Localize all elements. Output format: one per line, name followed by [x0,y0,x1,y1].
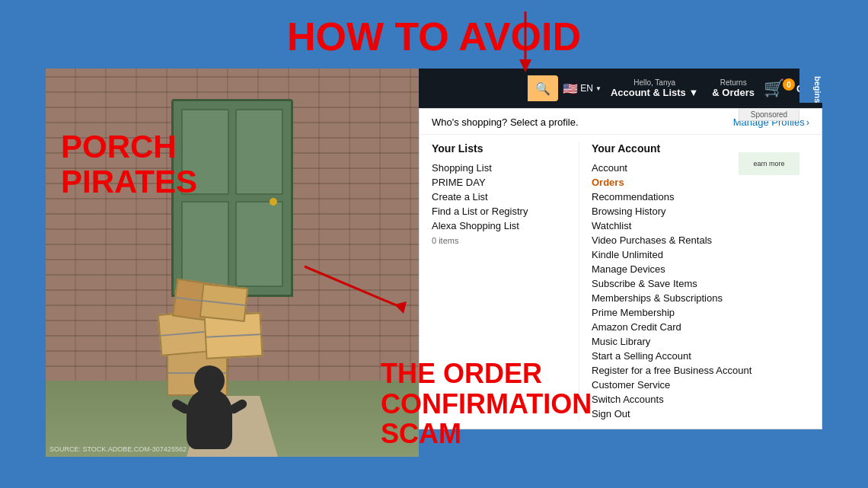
order-confirmation-title: THE ORDERCONFIRMATIONSCAM [381,359,640,449]
svg-marker-3 [394,301,407,314]
content-area: SOURCE: STOCK.ADOBE.COM-307425562 PORCHP… [46,69,822,473]
prime-membership-link[interactable]: Prime Membership [592,305,809,320]
svg-marker-1 [519,59,531,72]
cart-count: 0 [783,78,795,91]
arrow-order-scam [297,259,434,320]
earn-more-text: earn more [753,160,784,167]
door-knob [270,198,277,206]
main-container: HOW TO AVOID [0,0,868,488]
arrow-title-to-dropdown [480,8,571,76]
flag-icon: 🇺🇸 [563,81,578,96]
subscribe-save-link[interactable]: Subscribe & Save Items [592,276,809,291]
kindle-unlimited-link[interactable]: Kindle Unlimited [592,247,809,262]
begins-text: begins [813,76,822,103]
music-library-link[interactable]: Music Library [592,334,809,349]
search-icon: 🔍 [535,81,550,96]
greeting-top: Hello, Tanya [611,78,698,87]
amazon-panel: 🔍 🇺🇸 EN ▼ Hello, Tanya Account & Lists ▼… [419,69,822,457]
create-list-link[interactable]: Create a List [432,190,566,204]
cart-icon: 🛒 [764,78,784,98]
sponsored-text: Sponsored [751,110,787,119]
account-dropdown-icon: ▼ [688,87,698,98]
manage-profiles-arrow: › [806,116,809,128]
begins-strip: begins [799,69,822,103]
alexa-items-count: 0 items [432,235,458,246]
watchlist-link[interactable]: Watchlist [592,218,809,233]
sponsored-badge: Sponsored [739,108,799,121]
video-purchases-link[interactable]: Video Purchases & Rentals [592,233,809,247]
lang-label: EN [580,83,593,94]
door-panel-2 [235,109,283,195]
profile-prompt: Who's shopping? Select a profile. [432,116,579,128]
earn-more-strip: earn more [739,152,799,175]
amazon-credit-card-link[interactable]: Amazon Credit Card [592,320,809,334]
greeting-bottom: Account & Lists ▼ [611,87,698,98]
your-lists-header: Your Lists [432,142,566,155]
returns-top: Returns [712,78,755,87]
alexa-shopping-link[interactable]: Alexa Shopping List [432,218,566,233]
search-button[interactable]: 🔍 [528,75,558,101]
shopping-list-link[interactable]: Shopping List [432,161,566,175]
porch-pirates-title: PORCHPIRATES [61,129,197,199]
source-text: SOURCE: STOCK.ADOBE.COM-307425562 [49,445,187,453]
shadow-figure [171,358,247,449]
memberships-link[interactable]: Memberships & Subscriptions [592,291,809,305]
recommendations-link[interactable]: Recommendations [592,190,809,204]
language-selector[interactable]: 🇺🇸 EN ▼ [563,81,602,96]
browsing-history-link[interactable]: Browsing History [592,204,809,218]
prime-day-link[interactable]: PRIME DAY [432,175,566,190]
returns-bottom: & Orders [712,87,755,98]
find-list-registry-link[interactable]: Find a List or Registry [432,204,566,218]
orders-link[interactable]: Orders [592,175,809,190]
account-lists-button[interactable]: Hello, Tanya Account & Lists ▼ [606,77,703,100]
shadow-arm-right [228,398,249,416]
manage-devices-link[interactable]: Manage Devices [592,262,809,276]
shadow-body [187,388,232,449]
account-lists-label: Account & Lists [611,87,686,98]
lang-dropdown-icon: ▼ [595,85,602,92]
box-5 [199,283,248,322]
svg-line-2 [305,266,404,308]
returns-orders-button[interactable]: Returns & Orders [707,77,759,100]
